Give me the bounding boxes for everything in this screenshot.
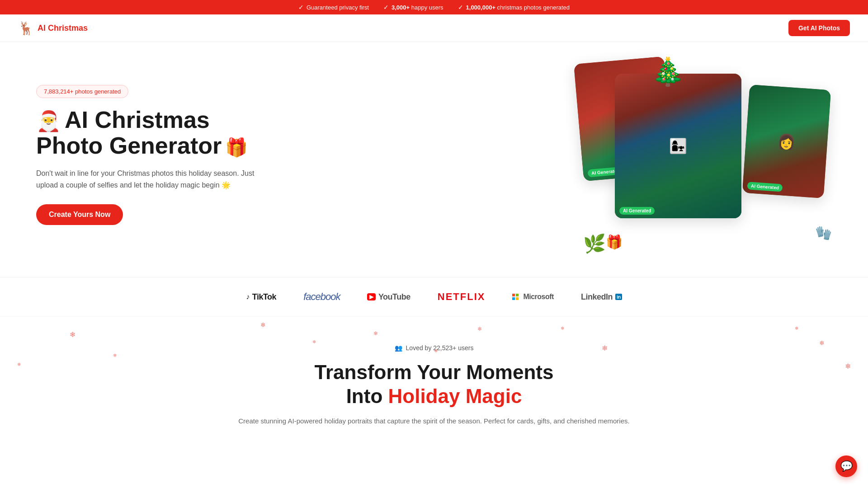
banner-privacy-text: Guaranteed privacy first bbox=[307, 4, 369, 11]
check-icon-2: ✓ bbox=[383, 4, 389, 11]
santa-emoji: 🎅 bbox=[36, 110, 61, 132]
get-photos-button[interactable]: Get AI Photos bbox=[788, 20, 850, 36]
mittens-decoration: 🧤 bbox=[815, 225, 832, 241]
hero-title-line2: Photo Generator🎁 bbox=[36, 133, 271, 159]
hero-title: 🎅AI Christmas Photo Generator🎁 bbox=[36, 107, 271, 159]
banner-item-users: ✓ 3,000+ happy users bbox=[383, 4, 443, 11]
ai-label-1: AI Generated bbox=[619, 207, 655, 215]
holly-decoration: 🌿 bbox=[583, 233, 606, 254]
photo-main-inner: 👩‍👧 bbox=[615, 74, 741, 218]
banner-item-privacy: ✓ Guaranteed privacy first bbox=[298, 4, 369, 11]
linkedin-in-badge: in bbox=[615, 294, 622, 300]
nav-logo[interactable]: 🦌 AI Christmas bbox=[18, 21, 88, 36]
banner-photos-text: 1,000,000+ christmas photos generated bbox=[466, 4, 570, 11]
top-banner: ✓ Guaranteed privacy first ✓ 3,000+ happ… bbox=[0, 0, 868, 14]
logo-text: AI Christmas bbox=[38, 23, 88, 33]
snowflake-13: ❄ bbox=[477, 326, 482, 332]
check-icon: ✓ bbox=[298, 4, 304, 11]
hero-section: 7,883,214+ photos generated 🎅AI Christma… bbox=[0, 42, 868, 277]
bottom-section: ❄ ❄ ❄ ❄ ❄ ❄ ❄ ❄ ❄ ❄ ❄ ❄ ❄ 👥 Loved by 22,… bbox=[0, 317, 868, 445]
social-logos-section: ♪ TikTok facebook ▶ YouTube NETFLIX Micr… bbox=[0, 277, 868, 317]
navbar: 🦌 AI Christmas Get AI Photos bbox=[0, 14, 868, 42]
netflix-logo: NETFLIX bbox=[438, 291, 486, 303]
microsoft-logo: Microsoft bbox=[512, 293, 554, 301]
users-icon: 👥 bbox=[395, 344, 402, 352]
transform-description: Create stunning AI-powered holiday portr… bbox=[36, 416, 832, 427]
holiday-magic-text: Holiday Magic bbox=[388, 385, 522, 407]
microsoft-icon bbox=[512, 294, 519, 300]
tiktok-icon: ♪ bbox=[246, 293, 250, 301]
loved-text: Loved by 22,523+ users bbox=[406, 344, 474, 352]
netflix-text: NETFLIX bbox=[438, 291, 486, 303]
hero-photos: 🎄 🌿 🎁 🧤 👨‍🦱 AI Generated 👩‍👧 AI Generate… bbox=[579, 60, 832, 250]
hero-description: Don't wait in line for your Christmas ph… bbox=[36, 168, 271, 191]
loved-badge: 👥 Loved by 22,523+ users bbox=[395, 344, 474, 352]
facebook-logo: facebook bbox=[303, 291, 340, 303]
transform-into: Into bbox=[346, 385, 383, 407]
transform-line1: Transform Your Moments bbox=[315, 361, 554, 383]
snowflake-4: ❄ bbox=[312, 339, 316, 344]
tiktok-logo: ♪ TikTok bbox=[246, 292, 276, 302]
check-icon-3: ✓ bbox=[458, 4, 463, 11]
linkedin-logo: LinkedIn in bbox=[581, 292, 622, 302]
youtube-logo: ▶ YouTube bbox=[367, 292, 410, 302]
hero-title-line1: 🎅AI Christmas bbox=[36, 107, 271, 133]
create-button[interactable]: Create Yours Now bbox=[36, 204, 123, 225]
snowflake-2: ❄ bbox=[113, 353, 117, 358]
transform-line2: Into Holiday Magic bbox=[346, 385, 522, 407]
photo-card-main: 👩‍👧 AI Generated bbox=[615, 74, 741, 218]
youtube-play-icon: ▶ bbox=[367, 293, 376, 300]
microsoft-text: Microsoft bbox=[523, 293, 554, 301]
gift-emoji: 🎁 bbox=[225, 137, 248, 157]
snowflake-6: ❄ bbox=[561, 326, 564, 331]
logo-icon: 🦌 bbox=[18, 21, 34, 36]
hero-content: 7,883,214+ photos generated 🎅AI Christma… bbox=[36, 85, 271, 225]
youtube-text: YouTube bbox=[378, 292, 410, 302]
facebook-text: facebook bbox=[303, 291, 340, 303]
snowflake-3: ❄ bbox=[260, 321, 266, 328]
snowflake-8: ❄ bbox=[795, 326, 798, 331]
gift-decoration: 🎁 bbox=[606, 234, 623, 250]
photo-card-tertiary: 👩 AI Generated bbox=[742, 84, 831, 198]
snowflake-10: ❄ bbox=[17, 362, 21, 367]
transform-title: Transform Your Moments Into Holiday Magi… bbox=[36, 361, 832, 408]
wreath-decoration: 🎄 bbox=[651, 56, 685, 88]
snowflake-9: ❄ bbox=[819, 339, 825, 347]
linkedin-text: LinkedIn bbox=[581, 292, 613, 302]
banner-users-text: 3,000+ happy users bbox=[392, 4, 443, 11]
snowflake-11: ❄ bbox=[845, 362, 851, 371]
photos-badge: 7,883,214+ photos generated bbox=[36, 85, 128, 98]
tiktok-text: TikTok bbox=[252, 292, 276, 302]
snowflake-1: ❄ bbox=[70, 330, 75, 339]
snowflake-5: ❄ bbox=[373, 330, 378, 337]
photo-tertiary-inner: 👩 bbox=[742, 84, 831, 198]
banner-item-photos: ✓ 1,000,000+ christmas photos generated bbox=[458, 4, 570, 11]
snowflake-7: ❄ bbox=[602, 344, 608, 352]
